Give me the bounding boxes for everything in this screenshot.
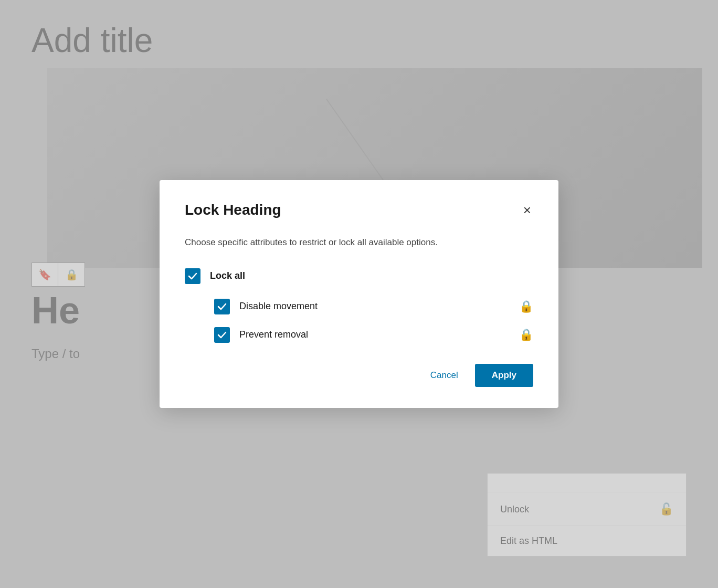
dialog-footer: Cancel Apply bbox=[185, 364, 533, 387]
dialog-description: Choose specific attributes to restrict o… bbox=[185, 236, 533, 249]
dialog-close-button[interactable]: × bbox=[521, 201, 533, 219]
prevent-removal-row: Prevent removal 🔒 bbox=[214, 327, 533, 343]
dialog-header: Lock Heading × bbox=[185, 201, 533, 219]
checkmark-icon bbox=[188, 271, 197, 281]
lock-all-row: Lock all bbox=[185, 268, 533, 284]
prevent-removal-checkbox[interactable] bbox=[214, 327, 230, 343]
disable-movement-row: Disable movement 🔒 bbox=[214, 299, 533, 314]
apply-button[interactable]: Apply bbox=[475, 364, 533, 387]
disable-movement-label: Disable movement bbox=[239, 301, 510, 312]
lock-all-checkbox[interactable] bbox=[185, 268, 200, 284]
checkmark-icon bbox=[217, 330, 227, 340]
lock-heading-dialog: Lock Heading × Choose specific attribute… bbox=[160, 180, 558, 408]
lock-all-label: Lock all bbox=[210, 270, 533, 281]
prevent-removal-lock-icon: 🔒 bbox=[519, 328, 533, 342]
sub-options-group: Disable movement 🔒 Prevent removal 🔒 bbox=[185, 299, 533, 343]
close-icon: × bbox=[523, 202, 531, 218]
modal-overlay: Lock Heading × Choose specific attribute… bbox=[0, 0, 718, 588]
dialog-title: Lock Heading bbox=[185, 202, 281, 218]
checkmark-icon bbox=[217, 302, 227, 311]
prevent-removal-label: Prevent removal bbox=[239, 329, 510, 340]
cancel-button[interactable]: Cancel bbox=[422, 365, 467, 386]
disable-movement-lock-icon: 🔒 bbox=[519, 300, 533, 313]
disable-movement-checkbox[interactable] bbox=[214, 299, 230, 314]
